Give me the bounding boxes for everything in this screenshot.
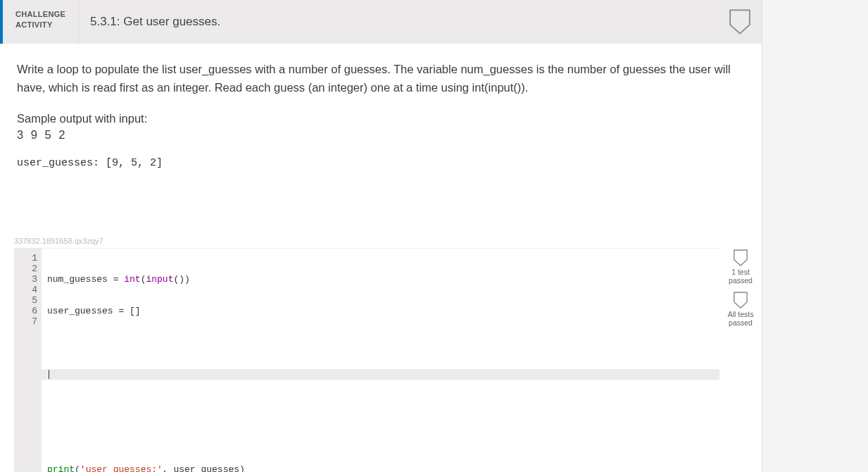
code-line[interactable]: print('user_guesses:', user_guesses) [47, 464, 714, 472]
sample-input-values: 3 9 5 2 [17, 128, 745, 142]
test-result-all: All tests passed [728, 292, 754, 327]
line-number: 6 [15, 306, 37, 316]
editor-wrapper: 1 2 3 4 5 6 7 num_guesses = int(input())… [0, 248, 762, 472]
right-sidebar [762, 0, 868, 472]
line-number-gutter: 1 2 3 4 5 6 7 [15, 249, 42, 472]
header-badge: CHALLENGE ACTIVITY [3, 0, 79, 44]
code-editor[interactable]: 1 2 3 4 5 6 7 num_guesses = int(input())… [14, 248, 719, 472]
line-number: 2 [15, 263, 37, 274]
code-line-active[interactable] [42, 369, 719, 380]
header-shield-container [728, 0, 762, 44]
line-number: 5 [15, 295, 37, 306]
shield-icon [733, 292, 748, 309]
code-line[interactable]: num_guesses = int(input()) [47, 274, 714, 285]
line-number: 4 [15, 285, 37, 295]
test-result-label: 1 test [729, 268, 753, 276]
shield-icon [728, 9, 752, 35]
shield-icon [733, 249, 748, 266]
test-result-one: 1 test passed [729, 249, 753, 285]
line-number: 7 [15, 316, 37, 327]
sample-output-values: user_guesses: [9, 5, 2] [17, 157, 745, 169]
watermark-id: 337832.1891658.qx3zqy7 [0, 180, 762, 248]
header-title: 5.3.1: Get user guesses. [79, 0, 728, 44]
line-number: 3 [15, 274, 37, 285]
code-line[interactable] [47, 337, 714, 348]
code-line[interactable] [47, 433, 714, 443]
line-number: 1 [15, 253, 37, 263]
header-badge-line1: CHALLENGE [15, 9, 65, 20]
sample-output-label: Sample output with input: [17, 112, 745, 125]
text-caret-icon [49, 370, 49, 379]
header-badge-line2: ACTIVITY [15, 20, 65, 30]
problem-body: Write a loop to populate the list user_g… [0, 44, 762, 180]
code-line[interactable] [47, 401, 714, 411]
problem-description: Write a loop to populate the list user_g… [17, 61, 745, 97]
code-line[interactable]: user_guesses = [] [47, 306, 714, 316]
code-area[interactable]: num_guesses = int(input()) user_guesses … [42, 249, 719, 472]
main-content: CHALLENGE ACTIVITY 5.3.1: Get user guess… [0, 0, 762, 472]
test-result-status: passed [729, 276, 753, 285]
test-result-status: passed [728, 318, 754, 327]
test-results-panel: 1 test passed All tests passed [719, 248, 762, 472]
test-result-label: All tests [728, 310, 754, 318]
activity-header: CHALLENGE ACTIVITY 5.3.1: Get user guess… [0, 0, 762, 44]
